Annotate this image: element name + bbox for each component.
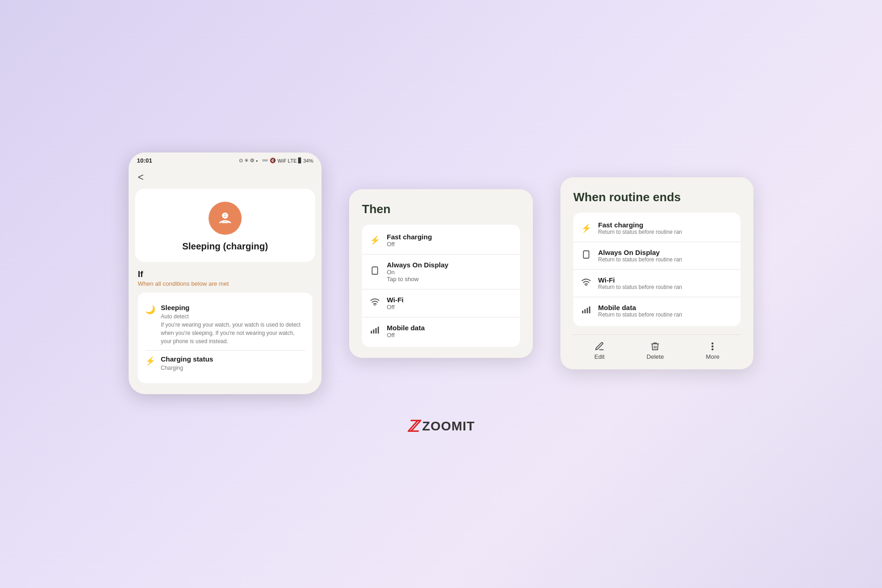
svg-point-15 [712, 346, 713, 347]
then-mobile-data[interactable]: Mobile data Off [362, 317, 520, 345]
ends-title: When routine ends [573, 190, 741, 204]
ends-aod-title: Always On Display [598, 249, 682, 256]
sleeping-title: Sleeping [161, 304, 305, 311]
phone-hero-title: Sleeping (charging) [182, 241, 268, 252]
ends-wifi-title: Wi-Fi [598, 276, 682, 284]
status-bar: 10:01 ⊙ ✳ ⚙ • 👓 🔇 WiF LTE ▊ 34% [129, 153, 322, 167]
phone-if-section: If When all conditions below are met 🌙 S… [129, 269, 322, 383]
condition-charging[interactable]: ⚡ Charging status Charging [145, 351, 305, 377]
ends-aod-icon [581, 250, 592, 261]
svg-point-9 [586, 285, 587, 286]
then-card: Then ⚡ Fast charging Off Always On Displ… [349, 189, 533, 358]
charging-sub: Charging [161, 364, 213, 372]
then-fast-charging-sub: Off [387, 241, 432, 248]
aod-icon [369, 266, 380, 277]
delete-label: Delete [647, 353, 664, 360]
svg-rect-6 [375, 328, 377, 334]
then-title: Then [362, 202, 520, 216]
mute-icon: 🔇 [270, 158, 276, 164]
edit-label: Edit [594, 353, 605, 360]
settings-icon: ⚙ [250, 158, 254, 164]
snowflake-icon: ✳ [244, 158, 249, 164]
then-aod[interactable]: Always On Display OnTap to show [362, 254, 520, 289]
svg-rect-12 [587, 308, 588, 313]
charging-title: Charging status [161, 355, 213, 363]
svg-rect-2 [372, 267, 378, 274]
svg-text:Z: Z [224, 213, 226, 218]
svg-rect-10 [582, 311, 583, 313]
ends-wifi-icon [581, 278, 592, 288]
condition-sleeping[interactable]: 🌙 Sleeping Auto detectIf you're wearing … [145, 299, 305, 351]
ends-signal-icon [581, 306, 592, 316]
ends-list: ⚡ Fast charging Return to status before … [573, 213, 741, 326]
more-button[interactable]: More [706, 341, 720, 360]
main-row: 10:01 ⊙ ✳ ⚙ • 👓 🔇 WiF LTE ▊ 34% < [129, 153, 753, 394]
svg-rect-5 [373, 329, 374, 334]
then-wifi[interactable]: Wi-Fi Off [362, 289, 520, 317]
svg-point-14 [712, 343, 713, 344]
edit-button[interactable]: Edit [594, 341, 605, 360]
sleeping-sub: Auto detectIf you're wearing your watch,… [161, 312, 305, 345]
then-aod-title: Always On Display [387, 261, 448, 269]
logo-z-icon: ℤ [407, 417, 418, 435]
logo-row: ℤ ZOOMIT [407, 417, 475, 435]
then-fast-charging-title: Fast charging [387, 233, 432, 241]
status-time: 10:01 [137, 157, 152, 164]
phone-hero: Z Sleeping (charging) [135, 189, 315, 262]
hero-icon-circle: Z [209, 202, 242, 235]
then-wifi-title: Wi-Fi [387, 296, 404, 304]
back-chevron-icon: < [138, 171, 144, 183]
wifi-icon: WiF [277, 158, 287, 164]
svg-rect-11 [584, 309, 586, 313]
condition-card: 🌙 Sleeping Auto detectIf you're wearing … [138, 293, 312, 383]
svg-rect-4 [371, 331, 372, 334]
ends-fast-charging[interactable]: ⚡ Fast charging Return to status before … [573, 215, 741, 242]
ends-aod[interactable]: Always On Display Return to status befor… [573, 242, 741, 270]
then-wifi-sub: Off [387, 304, 404, 311]
logo-text: ZOOMIT [422, 419, 475, 434]
if-label: If [138, 269, 312, 279]
then-fast-charging[interactable]: ⚡ Fast charging Off [362, 226, 520, 254]
more-icon [707, 341, 718, 351]
ends-card: When routine ends ⚡ Fast charging Return… [560, 177, 753, 369]
lte-icon: LTE [288, 158, 297, 164]
ends-fast-charging-sub: Return to status before routine ran [598, 229, 682, 235]
sleeping-icon: Z [216, 209, 234, 227]
fast-charging-icon: ⚡ [369, 235, 380, 245]
delete-icon [650, 341, 660, 351]
signal-bars: ▊ [298, 158, 302, 164]
edit-icon [594, 341, 605, 351]
then-mobile-title: Mobile data [387, 324, 425, 332]
ends-wifi[interactable]: Wi-Fi Return to status before routine ra… [573, 270, 741, 297]
then-mobile-sub: Off [387, 332, 425, 339]
then-aod-sub: OnTap to show [387, 269, 448, 283]
ends-mobile-sub: Return to status before routine ran [598, 311, 682, 318]
if-sublabel: When all conditions below are met [138, 280, 312, 287]
wifi-then-icon [369, 298, 380, 308]
status-icons: ⊙ ✳ ⚙ • 👓 🔇 WiF LTE ▊ 34% [239, 158, 313, 164]
signal-then-icon [369, 326, 380, 336]
ends-wifi-sub: Return to status before routine ran [598, 284, 682, 290]
svg-rect-7 [378, 327, 379, 334]
phone-card: 10:01 ⊙ ✳ ⚙ • 👓 🔇 WiF LTE ▊ 34% < [129, 153, 322, 394]
ends-mobile-title: Mobile data [598, 304, 682, 311]
ends-aod-sub: Return to status before routine ran [598, 256, 682, 263]
delete-button[interactable]: Delete [647, 341, 664, 360]
svg-point-16 [712, 349, 713, 350]
notification-dot: • [256, 158, 258, 164]
charging-bolt-icon: ⚡ [145, 356, 155, 366]
moon-icon: 🌙 [145, 305, 155, 315]
ends-fast-charging-title: Fast charging [598, 221, 682, 229]
glasses-icon: 👓 [262, 158, 268, 164]
svg-point-3 [374, 305, 375, 305]
svg-rect-8 [583, 251, 589, 258]
back-button[interactable]: < [129, 167, 322, 185]
then-list: ⚡ Fast charging Off Always On Display On… [362, 225, 520, 347]
svg-rect-13 [589, 306, 590, 313]
ends-mobile-data[interactable]: Mobile data Return to status before rout… [573, 297, 741, 324]
more-label: More [706, 353, 720, 360]
battery: 34% [303, 158, 313, 164]
camera-icon: ⊙ [239, 158, 243, 164]
ends-fast-charging-icon: ⚡ [581, 223, 592, 233]
ends-actions: Edit Delete More [573, 334, 741, 369]
